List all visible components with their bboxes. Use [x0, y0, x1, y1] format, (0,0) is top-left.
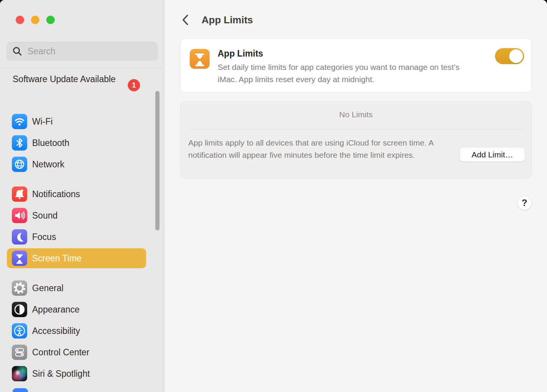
moon-icon [12, 229, 27, 245]
app-limits-description: Set daily time limits for app categories… [218, 61, 474, 86]
limits-list-card: No Limits App limits apply to all device… [180, 101, 532, 178]
sidebar-item-siri-spotlight[interactable]: Siri & Spotlight [7, 364, 146, 384]
page-title: App Limits [202, 14, 253, 26]
software-update-badge: 1 [128, 79, 140, 91]
sidebar-main-divider [164, 0, 164, 392]
wifi-icon [12, 114, 27, 129]
sidebar-item-notifications[interactable]: Notifications [7, 184, 146, 204]
sidebar-item-label: Network [32, 159, 64, 170]
app-limits-title: App Limits [218, 48, 474, 59]
close-traffic-light[interactable] [16, 16, 24, 24]
help-button[interactable]: ? [517, 196, 532, 210]
globe-icon [12, 157, 27, 172]
sidebar-item-appearance[interactable]: Appearance [7, 300, 146, 319]
sidebar-item-network[interactable]: Network [7, 154, 146, 174]
sidebar-item-label: General [32, 283, 63, 293]
sidebar-item-control-center[interactable]: Control Center [7, 342, 146, 362]
sidebar-item-wifi[interactable]: Wi-Fi [7, 112, 146, 131]
sidebar-item-sound[interactable]: Sound [7, 206, 146, 225]
search-field[interactable] [7, 42, 158, 60]
add-limit-button[interactable]: Add Limit… [460, 147, 525, 162]
sidebar-item-label: Screen Time [32, 253, 81, 264]
sidebar-item-label: Notifications [32, 189, 80, 199]
limits-footnote: App limits apply to all devices that are… [188, 137, 452, 161]
main-content: App Limits App Limits Set daily time lim… [164, 0, 547, 392]
partial-sidebar-item-icon [13, 388, 28, 392]
sidebar-item-focus[interactable]: Focus [7, 227, 146, 247]
app-limits-card: App Limits Set daily time limits for app… [180, 38, 532, 92]
toggle-knob [509, 49, 523, 63]
minimize-traffic-light[interactable] [31, 16, 39, 24]
zoom-traffic-light[interactable] [46, 16, 55, 24]
software-update-label: Software Update Available [13, 74, 116, 84]
appearance-icon [12, 302, 27, 317]
sidebar: Software Update Available 1 Wi-Fi [0, 0, 164, 392]
accessibility-icon [12, 323, 27, 339]
question-mark-icon: ? [522, 198, 527, 208]
software-update-item[interactable]: Software Update Available [13, 72, 124, 86]
speaker-icon [12, 208, 27, 223]
sidebar-divider [0, 68, 164, 68]
search-icon [12, 46, 22, 56]
sidebar-item-general[interactable]: General [7, 278, 146, 298]
sidebar-item-label: Focus [32, 232, 56, 242]
limits-card-divider [188, 130, 524, 130]
sidebar-item-bluetooth[interactable]: Bluetooth [7, 133, 146, 153]
page-header: App Limits [164, 11, 547, 28]
sidebar-item-label: Bluetooth [32, 138, 69, 148]
sidebar-item-screen-time[interactable]: Screen Time [7, 248, 146, 268]
sidebar-item-label: Sound [32, 211, 58, 221]
sidebar-item-label: Wi-Fi [32, 117, 53, 127]
bluetooth-icon [12, 135, 27, 151]
chevron-left-icon [182, 14, 189, 26]
control-center-icon [12, 345, 27, 360]
window-controls [16, 16, 55, 24]
sidebar-item-label: Appearance [32, 305, 80, 315]
system-settings-window: Software Update Available 1 Wi-Fi [0, 0, 547, 392]
gear-icon [12, 280, 27, 296]
back-button[interactable] [180, 13, 191, 27]
sidebar-item-label: Accessibility [32, 326, 80, 336]
sidebar-item-accessibility[interactable]: Accessibility [7, 321, 146, 341]
sidebar-item-label: Siri & Spotlight [32, 369, 90, 379]
bell-icon [12, 186, 27, 202]
hourglass-icon [12, 251, 27, 266]
sidebar-scrollbar[interactable] [155, 91, 160, 230]
hourglass-icon [190, 49, 210, 69]
siri-icon [12, 366, 27, 381]
sidebar-nav: Wi-Fi Bluetooth [7, 112, 146, 385]
no-limits-label: No Limits [181, 110, 531, 119]
app-limits-toggle[interactable] [495, 48, 524, 64]
sidebar-item-label: Control Center [32, 347, 90, 358]
search-input[interactable] [27, 46, 152, 57]
